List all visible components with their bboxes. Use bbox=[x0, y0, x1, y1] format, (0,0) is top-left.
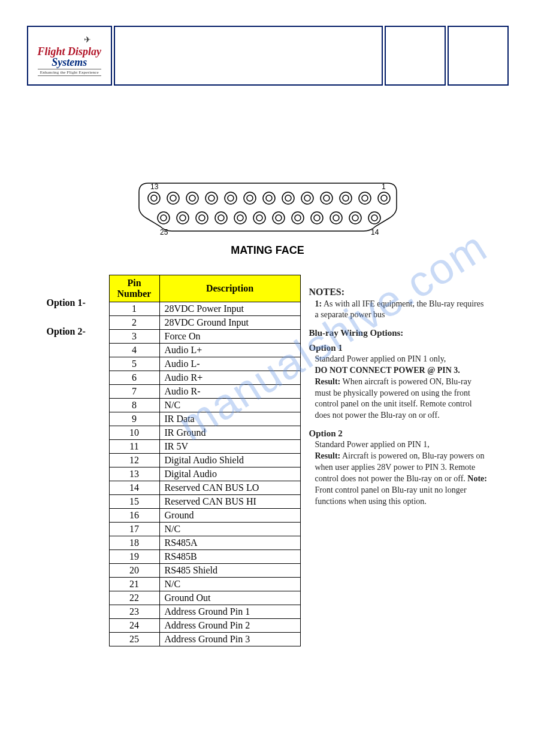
svg-point-18 bbox=[321, 192, 333, 204]
wiring-options-title: Blu-ray Wiring Options: bbox=[309, 327, 489, 339]
pin-description: 28VDC Ground Input bbox=[159, 316, 300, 330]
mating-face-label: MATING FACE bbox=[0, 244, 535, 257]
option2-line1: Standard Power applied on PIN 1, bbox=[315, 440, 430, 449]
pin-number: 8 bbox=[109, 399, 159, 412]
pin-number: 20 bbox=[109, 564, 159, 578]
pin-number: 2 bbox=[109, 316, 159, 330]
svg-point-26 bbox=[158, 212, 170, 224]
table-row: 23Address Ground Pin 1 bbox=[109, 605, 300, 619]
pin-description: RS485B bbox=[159, 550, 300, 564]
svg-point-48 bbox=[368, 212, 380, 224]
logo: ✈ Flight Display Systems Enhancing the F… bbox=[38, 35, 102, 76]
header-mid-cell bbox=[114, 26, 382, 86]
table-row: 10IR Ground bbox=[109, 426, 300, 440]
svg-point-30 bbox=[196, 212, 208, 224]
svg-point-2 bbox=[167, 192, 179, 204]
pin-label-13: 13 bbox=[150, 183, 159, 191]
svg-point-9 bbox=[228, 195, 234, 201]
svg-point-12 bbox=[263, 192, 275, 204]
svg-point-5 bbox=[189, 195, 195, 201]
svg-point-4 bbox=[186, 192, 198, 204]
table-row: 8N/C bbox=[109, 399, 300, 412]
pin-table: Pin Number Description 128VDC Power Inpu… bbox=[109, 275, 301, 646]
option1-line1: Standard Power applied on PIN 1 only, bbox=[315, 354, 446, 363]
table-row: 18RS485A bbox=[109, 536, 300, 550]
pin-description: Address Ground Pin 1 bbox=[159, 605, 300, 619]
pin-description: IR Ground bbox=[159, 426, 300, 440]
table-row: 12Digital Audio Shield bbox=[109, 454, 300, 467]
svg-point-23 bbox=[362, 195, 368, 201]
table-row: 20RS485 Shield bbox=[109, 564, 300, 578]
pin-description: Audio L- bbox=[159, 357, 300, 371]
pin-number: 22 bbox=[109, 591, 159, 605]
pin-description: Audio L+ bbox=[159, 344, 300, 357]
svg-point-3 bbox=[170, 195, 176, 201]
table-row: 16Ground bbox=[109, 509, 300, 523]
pin-number: 3 bbox=[109, 330, 159, 344]
option1-body: Standard Power applied on PIN 1 only, DO… bbox=[309, 354, 489, 421]
pin-label-14: 14 bbox=[371, 228, 379, 236]
pin-label-25: 25 bbox=[160, 228, 168, 236]
svg-point-31 bbox=[199, 215, 205, 221]
option2-title: Option 2 bbox=[309, 427, 489, 439]
option2-body: Standard Power applied on PIN 1, Result:… bbox=[309, 439, 489, 507]
table-row: 17N/C bbox=[109, 523, 300, 536]
svg-point-28 bbox=[177, 212, 189, 224]
logo-line1: Flight Display bbox=[38, 46, 102, 57]
svg-point-46 bbox=[349, 212, 361, 224]
notes-panel: NOTES: 1: As with all IFE equipment, the… bbox=[309, 275, 489, 514]
option2-result-text: Aircraft is powered on, Blu-ray powers o… bbox=[315, 451, 485, 483]
svg-point-45 bbox=[333, 215, 339, 221]
pin-number: 16 bbox=[109, 509, 159, 523]
option1-result-label: Result: bbox=[315, 377, 341, 386]
svg-point-21 bbox=[343, 195, 349, 201]
note-1: 1: As with all IFE equipment, the Blu-ra… bbox=[309, 299, 489, 321]
table-row: 5Audio L- bbox=[109, 357, 300, 371]
option1-label: Option 1- bbox=[47, 297, 101, 308]
svg-point-24 bbox=[378, 192, 390, 204]
pin-number: 23 bbox=[109, 605, 159, 619]
pin-number: 6 bbox=[109, 371, 159, 385]
pin-number: 11 bbox=[109, 440, 159, 454]
svg-point-14 bbox=[282, 192, 294, 204]
svg-point-20 bbox=[340, 192, 352, 204]
pin-number: 24 bbox=[109, 619, 159, 633]
pin-number: 15 bbox=[109, 495, 159, 509]
svg-point-22 bbox=[359, 192, 371, 204]
svg-point-19 bbox=[324, 195, 330, 201]
svg-point-40 bbox=[292, 212, 304, 224]
svg-point-37 bbox=[256, 215, 262, 221]
pin-description: Reserved CAN BUS HI bbox=[159, 495, 300, 509]
header-cell-3 bbox=[385, 26, 446, 86]
pin-number: 18 bbox=[109, 536, 159, 550]
table-row: 3Force On bbox=[109, 330, 300, 344]
pin-number: 12 bbox=[109, 454, 159, 467]
svg-point-11 bbox=[247, 195, 253, 201]
svg-point-47 bbox=[352, 215, 358, 221]
svg-point-6 bbox=[205, 192, 217, 204]
pin-description: Audio R- bbox=[159, 385, 300, 399]
header-logo-cell: ✈ Flight Display Systems Enhancing the F… bbox=[27, 26, 113, 86]
pin-number: 19 bbox=[109, 550, 159, 564]
svg-point-33 bbox=[218, 215, 224, 221]
logo-tagline: Enhancing the Flight Experience bbox=[38, 69, 102, 76]
pin-description: Audio R+ bbox=[159, 371, 300, 385]
pin-description: N/C bbox=[159, 578, 300, 591]
table-row: 25Address Ground Pin 3 bbox=[109, 633, 300, 646]
pin-description: RS485A bbox=[159, 536, 300, 550]
pin-description: N/C bbox=[159, 523, 300, 536]
table-row: 9IR Data bbox=[109, 412, 300, 426]
pin-number: 21 bbox=[109, 578, 159, 591]
svg-point-10 bbox=[244, 192, 256, 204]
table-row: 6Audio R+ bbox=[109, 371, 300, 385]
svg-point-25 bbox=[381, 195, 387, 201]
connector-diagram: 13 1 25 14 bbox=[136, 177, 400, 237]
pin-number: 10 bbox=[109, 426, 159, 440]
pin-number: 17 bbox=[109, 523, 159, 536]
svg-point-43 bbox=[314, 215, 320, 221]
pin-number: 14 bbox=[109, 481, 159, 495]
table-row: 14Reserved CAN BUS LO bbox=[109, 481, 300, 495]
pin-description: IR 5V bbox=[159, 440, 300, 454]
pin-description: Reserved CAN BUS LO bbox=[159, 481, 300, 495]
notes-title: NOTES: bbox=[309, 286, 489, 299]
